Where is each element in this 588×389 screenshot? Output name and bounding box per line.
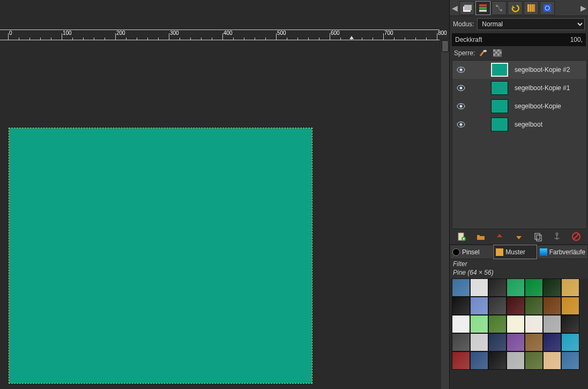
- image-canvas[interactable]: [9, 128, 312, 383]
- tab-misc[interactable]: [540, 1, 555, 15]
- vertical-scrollbar[interactable]: [441, 40, 449, 389]
- lower-layer-button[interactable]: [513, 231, 525, 243]
- resource-tabstrip: Pinsel Muster Farbverläufe: [450, 244, 588, 259]
- pattern-swatch[interactable]: [543, 297, 561, 315]
- tab-brushes-label: Pinsel: [462, 248, 480, 256]
- visibility-toggle[interactable]: [457, 121, 466, 128]
- pattern-swatch[interactable]: [525, 278, 543, 297]
- pattern-swatch[interactable]: [507, 297, 525, 315]
- svg-rect-15: [493, 49, 495, 52]
- new-group-button[interactable]: [475, 231, 487, 243]
- tab-brushes[interactable]: Pinsel: [450, 245, 493, 259]
- layer-row[interactable]: segelboot: [452, 115, 586, 134]
- scrollbar-thumb[interactable]: [442, 40, 449, 52]
- mode-label: Modus:: [453, 20, 474, 28]
- layer-row[interactable]: segelboot-Kopie #2: [452, 61, 586, 79]
- svg-point-26: [460, 105, 463, 108]
- pattern-swatch[interactable]: [507, 278, 525, 297]
- pattern-swatch[interactable]: [488, 333, 507, 351]
- visibility-toggle[interactable]: [457, 85, 466, 91]
- delete-layer-button[interactable]: [570, 231, 582, 243]
- pattern-swatch[interactable]: [507, 315, 525, 333]
- pattern-swatch[interactable]: [452, 297, 470, 315]
- pattern-swatch[interactable]: [452, 278, 470, 297]
- blend-mode-row: Modus: Normal: [450, 16, 588, 32]
- tab-patterns-lower[interactable]: Muster: [493, 245, 537, 259]
- layer-name[interactable]: segelboot-Kopie: [515, 102, 561, 110]
- pattern-swatch[interactable]: [488, 278, 507, 297]
- tab-channels[interactable]: [475, 1, 490, 15]
- lock-alpha-icon[interactable]: [493, 49, 502, 57]
- pattern-swatch[interactable]: [543, 351, 561, 370]
- raise-layer-button[interactable]: [494, 231, 505, 243]
- misc-icon: [542, 3, 552, 13]
- svg-rect-11: [544, 4, 551, 12]
- pattern-swatch[interactable]: [561, 351, 579, 370]
- patterns-grid: [450, 278, 588, 389]
- opacity-value: 100,: [570, 36, 583, 43]
- anchor-layer-button[interactable]: [551, 231, 563, 243]
- pattern-swatch[interactable]: [561, 278, 579, 297]
- pattern-swatch[interactable]: [561, 315, 579, 333]
- pattern-swatch[interactable]: [488, 297, 507, 315]
- paths-icon: [494, 3, 504, 13]
- pattern-swatch[interactable]: [488, 315, 507, 333]
- ruler-caret: [349, 36, 354, 39]
- blend-mode-select[interactable]: Normal: [477, 18, 585, 30]
- pattern-swatch[interactable]: [561, 333, 579, 351]
- tab-gradients-label: Farbverläufe: [549, 248, 585, 256]
- pattern-swatch[interactable]: [525, 315, 543, 333]
- tab-paths[interactable]: [492, 1, 507, 15]
- layer-name[interactable]: segelboot-Kopie #2: [515, 66, 570, 74]
- tab-patterns-label: Muster: [505, 248, 525, 256]
- layer-row[interactable]: segelboot-Kopie: [452, 97, 586, 115]
- layer-name[interactable]: segelboot-Kopie #1: [515, 84, 570, 92]
- pattern-swatch[interactable]: [452, 333, 470, 351]
- visibility-toggle[interactable]: [457, 67, 466, 73]
- pattern-swatch[interactable]: [507, 333, 525, 351]
- pattern-swatch[interactable]: [470, 333, 488, 351]
- pattern-swatch[interactable]: [470, 315, 488, 333]
- pattern-swatch[interactable]: [543, 278, 561, 297]
- pattern-swatch[interactable]: [507, 351, 525, 370]
- tabstrip-next[interactable]: ▶: [579, 1, 587, 16]
- svg-rect-32: [537, 235, 541, 241]
- tab-gradients[interactable]: Farbverläufe: [537, 245, 588, 259]
- pattern-swatch[interactable]: [525, 333, 543, 351]
- pattern-swatch[interactable]: [470, 297, 488, 315]
- svg-point-22: [460, 69, 463, 71]
- pattern-filter-label[interactable]: Filter: [450, 259, 588, 269]
- pattern-info: Pine (64 × 56): [450, 269, 588, 278]
- visibility-toggle[interactable]: [457, 103, 466, 109]
- tab-layers[interactable]: [459, 1, 474, 15]
- pattern-swatch[interactable]: [525, 351, 543, 370]
- pattern-swatch[interactable]: [543, 315, 561, 333]
- pattern-swatch[interactable]: [488, 351, 507, 370]
- tabstrip-prev[interactable]: ◀: [451, 1, 458, 16]
- lock-pixels-icon[interactable]: [479, 49, 489, 57]
- pattern-swatch[interactable]: [525, 297, 543, 315]
- layer-name[interactable]: segelboot: [515, 121, 542, 128]
- patterns-icon: [526, 3, 536, 13]
- svg-rect-16: [497, 49, 500, 52]
- svg-point-13: [483, 50, 487, 52]
- tab-patterns[interactable]: [524, 1, 539, 15]
- layer-row[interactable]: segelboot-Kopie #1: [452, 79, 586, 97]
- pattern-swatch[interactable]: [470, 351, 488, 370]
- pattern-swatch[interactable]: [452, 315, 470, 333]
- pattern-swatch[interactable]: [470, 278, 488, 297]
- right-dock: ◀: [449, 0, 588, 389]
- undo-history-icon: [510, 3, 520, 13]
- svg-rect-17: [495, 52, 497, 54]
- new-layer-button[interactable]: [456, 231, 467, 243]
- opacity-row[interactable]: Deckkraft 100,: [452, 33, 586, 46]
- duplicate-layer-button[interactable]: [532, 231, 544, 243]
- svg-rect-2: [479, 4, 487, 6]
- tab-undo-history[interactable]: [508, 1, 523, 15]
- svg-rect-18: [500, 52, 502, 54]
- pattern-swatch[interactable]: [561, 297, 579, 315]
- gradient-icon: [540, 248, 547, 256]
- layers-panel: segelboot-Kopie #2segelboot-Kopie #1sege…: [452, 60, 587, 229]
- pattern-swatch[interactable]: [543, 333, 561, 351]
- pattern-swatch[interactable]: [452, 351, 470, 370]
